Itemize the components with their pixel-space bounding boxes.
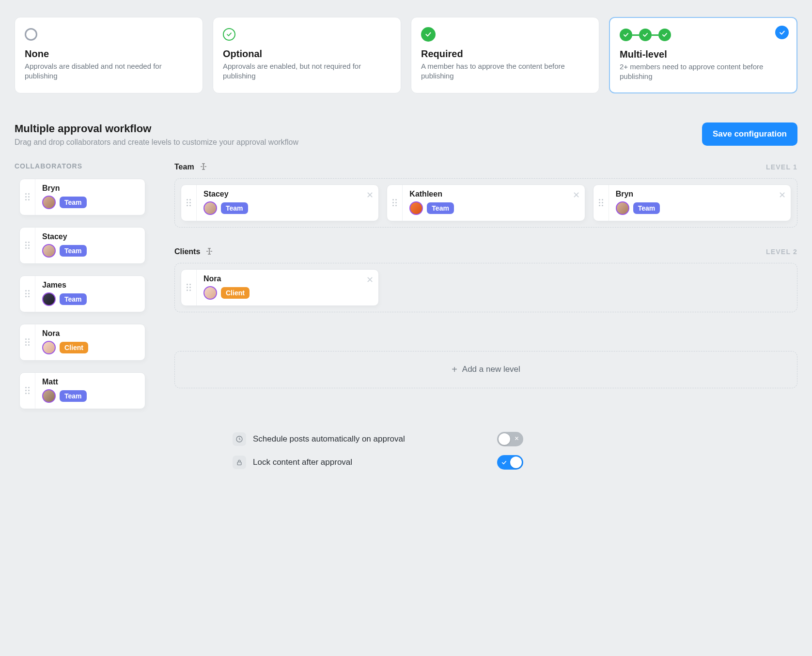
- option-optional[interactable]: Optional Approvals are enabled, but not …: [213, 17, 401, 93]
- avatar: [616, 201, 629, 215]
- drag-handle-icon[interactable]: [181, 270, 197, 305]
- workflow-section-header: Multiple approval workflow Drag and drop…: [15, 122, 797, 147]
- person-name: Nora: [203, 275, 372, 283]
- role-tag: Team: [60, 390, 87, 402]
- avatar: [203, 286, 217, 300]
- levels-column: Team LEVEL 1 ✕ Stacey Team ✕ Kathl: [174, 162, 797, 470]
- person-name: Nora: [42, 329, 138, 338]
- svg-rect-1: [237, 462, 241, 465]
- rename-level-icon[interactable]: [205, 247, 214, 257]
- remove-person-icon[interactable]: ✕: [366, 275, 374, 285]
- person-card[interactable]: Stacey Team: [19, 227, 145, 264]
- drag-handle-icon[interactable]: [20, 373, 35, 409]
- add-level-button[interactable]: + Add a new level: [174, 351, 797, 388]
- role-tag: Client: [221, 287, 250, 299]
- person-card[interactable]: ✕ Stacey Team: [181, 184, 379, 221]
- remove-person-icon[interactable]: ✕: [366, 190, 374, 200]
- person-card[interactable]: Bryn Team: [19, 179, 145, 215]
- setting-schedule-row: Schedule posts automatically on approval: [233, 432, 523, 446]
- option-required-icon-wrap: [421, 27, 589, 42]
- remove-person-icon[interactable]: ✕: [779, 190, 786, 200]
- role-tag: Team: [427, 202, 454, 214]
- option-optional-desc: Approvals are enabled, but not required …: [223, 61, 391, 81]
- person-name: James: [42, 281, 138, 290]
- drag-handle-icon[interactable]: [20, 276, 35, 312]
- option-optional-icon-wrap: [223, 27, 391, 42]
- check-outline-icon: [223, 28, 235, 41]
- person-name: Bryn: [42, 184, 138, 193]
- collaborators-list: Bryn Team Stacey Team James: [15, 179, 145, 409]
- person-name: Kathleen: [409, 190, 578, 198]
- setting-schedule-label: Schedule posts automatically on approval: [253, 434, 490, 444]
- drag-handle-icon[interactable]: [20, 179, 35, 215]
- approval-level: Clients LEVEL 2 ✕ Nora Client: [174, 247, 797, 312]
- setting-lock-label: Lock content after approval: [253, 458, 490, 467]
- drag-handle-icon[interactable]: [593, 185, 609, 221]
- lock-toggle[interactable]: [497, 455, 523, 470]
- person-card[interactable]: Nora Client: [19, 324, 145, 361]
- person-name: Bryn: [616, 190, 784, 198]
- person-name: Stacey: [42, 232, 138, 241]
- circle-empty-icon: [25, 28, 37, 41]
- person-name: Matt: [42, 378, 138, 386]
- avatar: [42, 292, 56, 306]
- person-card[interactable]: James Team: [19, 275, 145, 312]
- avatar: [42, 196, 56, 209]
- person-card[interactable]: ✕ Kathleen Team: [387, 184, 585, 221]
- clock-icon: [233, 432, 246, 446]
- option-none-desc: Approvals are disabled and not needed fo…: [25, 61, 193, 81]
- option-multi-desc: 2+ members need to approve content befor…: [620, 62, 787, 82]
- approval-level: Team LEVEL 1 ✕ Stacey Team ✕ Kathl: [174, 162, 797, 228]
- person-card[interactable]: ✕ Bryn Team: [593, 184, 791, 221]
- workflow-title: Multiple approval workflow: [15, 122, 298, 135]
- person-card[interactable]: Matt Team: [19, 372, 145, 409]
- role-tag: Team: [633, 202, 660, 214]
- approval-options-row: None Approvals are disabled and not need…: [15, 17, 797, 93]
- option-none-title: None: [25, 48, 193, 60]
- role-tag: Team: [60, 293, 87, 305]
- option-multi-level[interactable]: Multi-level 2+ members need to approve c…: [609, 17, 797, 93]
- avatar: [42, 389, 56, 403]
- drag-handle-icon[interactable]: [20, 324, 35, 360]
- option-none-icon-wrap: [25, 27, 193, 42]
- workflow-body: COLLABORATORS Bryn Team Stacey Team: [15, 162, 797, 470]
- drag-handle-icon[interactable]: [387, 185, 403, 221]
- person-card[interactable]: ✕ Nora Client: [181, 269, 379, 306]
- option-required-desc: A member has to approve the content befo…: [421, 61, 589, 81]
- role-tag: Team: [221, 202, 248, 214]
- collaborators-label: COLLABORATORS: [15, 162, 145, 170]
- rename-level-icon[interactable]: [199, 162, 208, 172]
- workflow-subtitle: Drag and drop collaborators and create l…: [15, 138, 298, 147]
- role-tag: Team: [60, 245, 87, 257]
- level-number: LEVEL 2: [766, 248, 797, 256]
- collaborators-column: COLLABORATORS Bryn Team Stacey Team: [15, 162, 145, 409]
- check-badge-icon: [421, 27, 436, 42]
- option-optional-title: Optional: [223, 48, 391, 60]
- level-dropzone[interactable]: ✕ Stacey Team ✕ Kathleen Team ✕ Bryn: [174, 178, 797, 228]
- level-name: Clients: [174, 247, 200, 256]
- option-required-title: Required: [421, 48, 589, 60]
- avatar: [409, 201, 423, 215]
- check-chain-icon: [620, 29, 671, 41]
- avatar: [42, 244, 56, 258]
- setting-lock-row: Lock content after approval: [233, 455, 523, 470]
- schedule-toggle[interactable]: [497, 432, 523, 446]
- save-configuration-button[interactable]: Save configuration: [702, 122, 797, 146]
- remove-person-icon[interactable]: ✕: [573, 190, 580, 200]
- role-tag: Client: [60, 342, 88, 353]
- selected-check-icon: [775, 26, 789, 39]
- plus-icon: +: [452, 364, 457, 375]
- person-name: Stacey: [203, 190, 372, 198]
- level-number: LEVEL 1: [766, 163, 797, 171]
- level-dropzone[interactable]: ✕ Nora Client: [174, 263, 797, 312]
- avatar: [42, 341, 56, 354]
- option-required[interactable]: Required A member has to approve the con…: [411, 17, 599, 93]
- option-none[interactable]: None Approvals are disabled and not need…: [15, 17, 203, 93]
- add-level-label: Add a new level: [462, 365, 520, 374]
- option-multi-title: Multi-level: [620, 49, 787, 60]
- avatar: [203, 201, 217, 215]
- drag-handle-icon[interactable]: [20, 228, 35, 263]
- drag-handle-icon[interactable]: [181, 185, 197, 221]
- level-name: Team: [174, 163, 194, 171]
- approval-settings: Schedule posts automatically on approval…: [233, 432, 797, 470]
